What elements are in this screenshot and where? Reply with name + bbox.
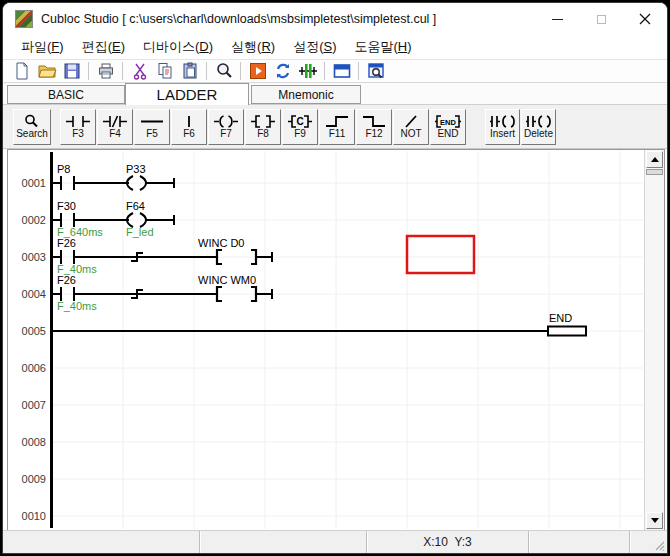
ladder-tool-not[interactable]: NOT [393,109,429,145]
ladder-canvas[interactable]: 0001000200030004000500060007000800090010… [8,150,644,530]
svg-text:END: END [440,117,456,126]
coil-label: F64 [126,200,145,212]
contact-label: F26 [57,237,76,249]
selection-cursor[interactable] [407,236,474,273]
menu-item-help[interactable]: 도움말(H) [347,36,420,58]
paste-button[interactable] [177,60,202,82]
window-icon [332,61,352,81]
v-line-icon [176,115,202,128]
resize-grip[interactable] [653,539,665,551]
io-monitor-button[interactable] [295,60,320,82]
menu-item-edit[interactable]: 편집(E) [74,36,133,58]
toolbar-separator [240,62,241,80]
contact-label: F26 [57,274,76,286]
monitor-window-button[interactable] [329,60,354,82]
preview-window-button[interactable] [363,60,388,82]
ladder-tool-label: F11 [329,128,346,139]
bracket-c-icon: C [287,115,313,128]
ladder-tool-insert[interactable]: Insert [485,109,520,145]
ladder-tool-f9[interactable]: CF9 [282,109,318,145]
search-button[interactable] [211,60,236,82]
editor-tabs: BASIC LADDER Mnemonic [3,83,667,105]
contact-nc-icon [102,115,128,128]
search-icon [23,114,41,128]
ladder-panel: 0001000200030004000500060007000800090010… [7,149,665,531]
vertical-scrollbar[interactable] [644,150,664,530]
coil-icon [213,115,239,128]
scroll-down-button[interactable] [646,512,663,529]
status-cell [630,531,667,553]
ladder-tool-delete[interactable]: Delete [521,109,556,145]
contact-label: P8 [57,163,70,175]
printer-icon [96,61,116,81]
menu-item-device[interactable]: 디바이스(D) [135,36,221,58]
ladder-tool-f7[interactable]: F7 [208,109,244,145]
status-cursor-position: X:10 Y:3 [367,531,529,553]
menu-item-run[interactable]: 실행(R) [223,36,283,58]
ladder-tool-search[interactable]: Search [13,109,51,145]
ladder-tool-end[interactable]: ENDEND [430,109,466,145]
ladder-tool-f11[interactable]: F11 [319,109,355,145]
row-number: 0006 [22,362,46,374]
insert-cell-icon [489,115,517,128]
close-icon [639,13,651,25]
end-instruction-box [548,327,586,336]
coil-label: P33 [126,163,146,175]
app-icon [15,10,33,28]
run-program-button[interactable] [245,60,270,82]
falling-edge-icon [361,115,387,128]
contact-alias: F_40ms [57,300,97,312]
scroll-up-button[interactable] [646,151,663,168]
ladder-tool-f4[interactable]: F4 [97,109,133,145]
minimize-icon [552,19,563,20]
menu-item-file[interactable]: 파일(F) [13,36,72,58]
bracket-icon [250,115,276,128]
status-bar: X:10 Y:3 [3,530,667,553]
row-number: 0009 [22,473,46,485]
save-file-button[interactable] [59,60,84,82]
cut-button[interactable] [127,60,152,82]
close-button[interactable] [623,3,667,35]
open-file-button[interactable] [34,60,59,82]
row-number: 0004 [22,288,46,300]
ladder-tool-label: F7 [220,128,232,139]
row-number: 0002 [22,214,46,226]
status-cell [3,531,200,553]
row-number: 0005 [22,325,46,337]
ladder-tool-f8[interactable]: F8 [245,109,281,145]
ladder-tool-f3[interactable]: F3 [60,109,96,145]
row-number: 0010 [22,510,46,522]
tab-ladder[interactable]: LADDER [125,83,249,105]
refresh-sync-button[interactable] [270,60,295,82]
ladder-tool-label: Search [16,128,48,139]
new-file-button[interactable] [9,60,34,82]
status-cell [200,531,367,553]
copy-button[interactable] [152,60,177,82]
new-file-icon [12,61,32,81]
scissors-icon [130,61,150,81]
ladder-tool-label: F8 [257,128,269,139]
ladder-tool-f6[interactable]: F6 [171,109,207,145]
maximize-button[interactable] [579,3,623,35]
not-icon [398,115,424,128]
row-number: 0008 [22,436,46,448]
ladder-tool-f12[interactable]: F12 [356,109,392,145]
menu-item-settings[interactable]: 설정(S) [285,36,344,58]
ladder-tool-f5[interactable]: F5 [134,109,170,145]
tab-mnemonic[interactable]: Mnemonic [251,85,361,104]
scrollbar-thumb[interactable] [646,169,663,175]
tab-basic[interactable]: BASIC [7,85,125,104]
menu-bar: 파일(F)편집(E)디바이스(D)실행(R)설정(S)도움말(H) [3,35,667,59]
toolbar-separator [358,62,359,80]
refresh-icon [273,61,293,81]
toolbar-separator [88,62,89,80]
ladder-tool-label: Delete [524,128,553,139]
window-title: Cubloc Studio [ c:\users\charl\downloads… [41,12,436,26]
ladder-tool-label: F6 [183,128,195,139]
search-icon [214,61,234,81]
end-icon: END [434,115,462,128]
print-button[interactable] [93,60,118,82]
ladder-toolbar: SearchF3F4F5F6F7F8CF9F11F12NOTENDENDInse… [3,105,667,149]
contact-label: F30 [57,200,76,212]
minimize-button[interactable] [535,3,579,35]
